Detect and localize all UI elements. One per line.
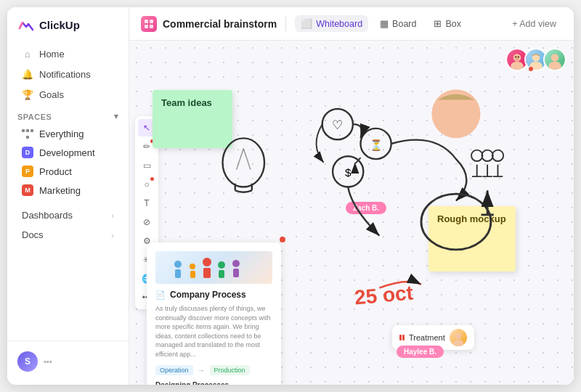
doc-card-header-image	[155, 251, 272, 284]
nav-item-docs[interactable]: Docs ›	[12, 225, 124, 245]
svg-line-30	[243, 149, 251, 170]
flow-arrow-icon: →	[198, 366, 206, 375]
add-view-label: + Add view	[512, 19, 556, 29]
doc-icon: 📄	[155, 290, 166, 300]
topbar-divider	[285, 17, 286, 31]
svg-point-5	[511, 62, 524, 70]
nav-item-dashboards[interactable]: Dashboards ›	[12, 205, 124, 225]
marketing-dot: M	[22, 184, 33, 196]
text-tool[interactable]: T	[138, 195, 155, 212]
user-avatar-area[interactable]: S •••	[7, 347, 129, 376]
topbar: Commercial brainstorm ⬜ Whiteboard ▦ Boa…	[129, 7, 574, 41]
tab-whiteboard[interactable]: ⬜ Whiteboard	[295, 15, 368, 32]
tab-board[interactable]: ▦ Board	[374, 15, 422, 32]
sidebar-item-everything[interactable]: Everything	[12, 124, 124, 143]
spaces-chevron-icon: ▾	[114, 112, 119, 121]
logo-area: ClickUp	[7, 16, 129, 44]
svg-rect-1	[150, 20, 153, 23]
svg-point-40	[482, 150, 492, 161]
tab-box-label: Box	[445, 19, 461, 29]
spaces-label: Spaces	[17, 113, 52, 121]
name-badge-zach: Zach B.	[346, 202, 386, 214]
spaces-section-header: Spaces ▾	[7, 105, 129, 124]
svg-point-41	[492, 150, 503, 161]
collaborator-avatar-3	[543, 48, 566, 71]
doc-card-company-process[interactable]: 📄 Company Process As truly discusses ple…	[147, 242, 281, 385]
svg-rect-21	[233, 269, 239, 277]
svg-point-10	[551, 54, 559, 62]
whiteboard-icon: ⬜	[301, 18, 312, 29]
svg-point-23	[453, 340, 463, 346]
nav-label-notifications: Notifications	[39, 69, 91, 80]
nav-item-home[interactable]: ⌂ Home	[12, 44, 124, 64]
goals-icon: 🏆	[22, 89, 33, 100]
sticky-note-rough-mockup[interactable]: Rough mockup	[428, 206, 516, 271]
bell-icon: 🔔	[22, 68, 33, 80]
sidebar-item-marketing[interactable]: M Marketing	[12, 181, 124, 200]
sticky-note-team-ideas[interactable]: Team ideas	[153, 90, 232, 148]
add-view-button[interactable]: + Add view	[506, 16, 562, 32]
circle-tool-indicator	[150, 177, 154, 181]
app-frame: ClickUp ⌂ Home 🔔 Notifications 🏆 Goals S…	[7, 7, 574, 385]
doc-card-body: As truly discusses plenty of things, we …	[155, 304, 272, 359]
sidebar-item-development[interactable]: D Development	[12, 143, 124, 162]
sidebar-bottom: S •••	[7, 340, 129, 376]
whiteboard-canvas[interactable]: ↖ ✏ ▭ ○ T ⊘ ⚙ ✳ 🌐 •••	[129, 41, 574, 385]
date-annotation: 25 oct	[354, 282, 414, 310]
svg-point-4	[513, 54, 521, 62]
svg-point-12	[174, 261, 182, 268]
svg-rect-15	[190, 271, 195, 278]
name-badge-haylee: Haylee B.	[397, 346, 444, 358]
tab-board-label: Board	[392, 19, 416, 29]
svg-text:♡: ♡	[332, 118, 343, 132]
circle-tool-wrapper: ○	[138, 176, 155, 193]
svg-point-35	[333, 156, 363, 187]
svg-point-18	[218, 261, 225, 269]
svg-point-39	[471, 150, 482, 161]
rectangle-tool[interactable]: ▭	[138, 157, 155, 174]
red-dot-indicator	[280, 237, 285, 242]
nav-label-goals: Goals	[39, 89, 64, 100]
svg-point-11	[548, 62, 561, 70]
title-area: Commercial brainstorm	[141, 16, 277, 32]
flow-to-badge: Production	[210, 365, 250, 375]
app-name: ClickUp	[39, 19, 80, 31]
svg-point-14	[190, 264, 195, 269]
development-dot: D	[22, 147, 33, 158]
docs-chevron-icon: ›	[111, 231, 114, 240]
svg-line-29	[237, 149, 244, 170]
svg-rect-17	[203, 268, 211, 278]
treatment-icon	[399, 335, 405, 340]
doc-card-title: 📄 Company Process	[155, 290, 272, 300]
main-content: Commercial brainstorm ⬜ Whiteboard ▦ Boa…	[129, 7, 574, 385]
space-label-product: Product	[39, 166, 72, 177]
sidebar-item-product[interactable]: P Product	[12, 162, 124, 181]
svg-point-33	[360, 128, 391, 159]
flow-from-badge: Operation	[155, 365, 193, 375]
treatment-avatar	[450, 329, 467, 346]
nav-label-docs: Docs	[22, 229, 44, 240]
tab-box[interactable]: ⊞ Box	[428, 15, 467, 32]
nav-item-notifications[interactable]: 🔔 Notifications	[12, 64, 124, 84]
more-icon: •••	[44, 357, 52, 366]
nav-item-goals[interactable]: 🏆 Goals	[12, 84, 124, 105]
svg-point-20	[232, 260, 240, 267]
everything-grid-icon	[22, 128, 33, 139]
svg-point-6	[515, 56, 517, 58]
svg-point-31	[322, 109, 353, 139]
svg-rect-0	[145, 20, 148, 23]
svg-point-22	[455, 333, 461, 339]
svg-text:$: $	[345, 166, 352, 179]
clickup-logo-icon	[17, 16, 35, 33]
connector-tool[interactable]: ⊘	[138, 213, 155, 231]
svg-rect-2	[145, 25, 148, 28]
box-icon: ⊞	[434, 18, 442, 29]
svg-text:⏳: ⏳	[370, 139, 383, 152]
user-avatar: S	[17, 351, 38, 372]
space-label-everything: Everything	[39, 128, 84, 139]
doc-card-flow: Operation → Production	[155, 365, 272, 375]
svg-rect-19	[219, 270, 224, 278]
doc-section-title: Designing Processes	[155, 381, 272, 385]
sidebar: ClickUp ⌂ Home 🔔 Notifications 🏆 Goals S…	[7, 7, 129, 385]
home-icon: ⌂	[22, 48, 33, 60]
